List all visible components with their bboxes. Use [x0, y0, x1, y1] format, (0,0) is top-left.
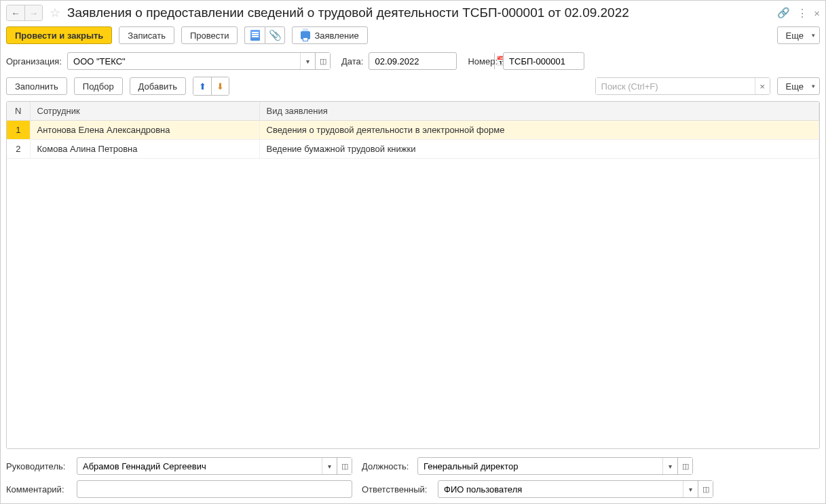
position-dropdown-button[interactable]: ▾	[662, 458, 677, 474]
printer-icon	[301, 31, 310, 39]
search-box[interactable]: ×	[595, 77, 770, 95]
paperclip-icon: 📎	[269, 29, 282, 41]
position-field[interactable]: ▾ ◫	[417, 457, 693, 475]
open-external-icon: ◫	[682, 462, 689, 471]
responsible-open-button[interactable]: ◫	[698, 481, 713, 497]
kebab-menu-icon[interactable]: ⋮	[797, 7, 807, 20]
move-up-button[interactable]: ⬆	[193, 77, 211, 95]
pick-button[interactable]: Подбор	[74, 77, 123, 95]
arrow-left-icon: ←	[11, 8, 20, 18]
cell-type: Сведения о трудовой деятельности в элект…	[259, 121, 819, 140]
more-button[interactable]: Еще	[777, 26, 820, 44]
post-button[interactable]: Провести	[181, 26, 238, 44]
manager-open-button[interactable]: ◫	[337, 458, 352, 474]
print-application-button[interactable]: Заявление	[292, 26, 367, 44]
main-toolbar: Провести и закрыть Записать Провести 📎 З…	[1, 24, 825, 51]
back-button[interactable]: ←	[7, 5, 24, 20]
org-open-button[interactable]: ◫	[315, 53, 330, 69]
table-header-row: N Сотрудник Вид заявления	[7, 102, 819, 121]
org-input[interactable]	[68, 53, 300, 69]
arrow-up-icon: ⬆	[199, 81, 206, 92]
table-row[interactable]: 2 Комова Алина Петровна Ведение бумажной…	[7, 140, 819, 159]
link-icon[interactable]: 🔗	[777, 7, 790, 19]
responsible-input[interactable]	[438, 481, 683, 497]
col-emp-header[interactable]: Сотрудник	[30, 102, 259, 121]
search-input[interactable]	[596, 78, 755, 94]
org-field[interactable]: ▾ ◫	[67, 52, 331, 70]
nav-buttons: ← →	[6, 5, 43, 21]
titlebar: ← → ☆ Заявления о предоставлении сведени…	[1, 1, 825, 24]
manager-dropdown-button[interactable]: ▾	[322, 458, 337, 474]
responsible-dropdown-button[interactable]: ▾	[683, 481, 698, 497]
open-external-icon: ◫	[702, 485, 709, 494]
number-input[interactable]	[504, 53, 628, 69]
favorite-star-icon[interactable]: ☆	[50, 5, 60, 20]
number-label: Номер:	[468, 56, 498, 66]
move-down-button[interactable]: ⬇	[211, 77, 229, 95]
attachment-button[interactable]: 📎	[265, 26, 285, 44]
position-input[interactable]	[418, 458, 662, 474]
page-title: Заявления о предоставлении сведений о тр…	[67, 5, 773, 20]
open-external-icon: ◫	[341, 462, 348, 471]
manager-input[interactable]	[77, 458, 322, 474]
cell-emp: Антонова Елена Александровна	[30, 121, 259, 140]
table-toolbar: Заполнить Подбор Добавить ⬆ ⬇ × Еще	[1, 77, 825, 101]
move-row-buttons: ⬆ ⬇	[193, 77, 229, 96]
manager-label: Руководитель:	[6, 461, 71, 471]
cell-n: 2	[7, 140, 30, 159]
report-icon	[250, 30, 260, 41]
number-field[interactable]	[503, 52, 584, 70]
cell-emp: Комова Алина Петровна	[30, 140, 259, 159]
responsible-label: Ответственный:	[362, 484, 432, 495]
search-clear-button[interactable]: ×	[755, 78, 770, 94]
footer: Руководитель: ▾ ◫ Должность: ▾ ◫ Коммент…	[1, 454, 825, 503]
add-button[interactable]: Добавить	[130, 77, 186, 95]
comment-label: Комментарий:	[6, 484, 71, 495]
org-dropdown-button[interactable]: ▾	[300, 53, 315, 69]
cell-type: Ведение бумажной трудовой книжки	[259, 140, 819, 159]
table-row[interactable]: 1 Антонова Елена Александровна Сведения …	[7, 121, 819, 140]
close-icon[interactable]: ×	[814, 7, 820, 19]
position-label: Должность:	[362, 461, 412, 471]
date-label: Дата:	[341, 56, 363, 66]
employee-table: N Сотрудник Вид заявления 1 Антонова Еле…	[6, 101, 820, 449]
date-field[interactable]: 📅	[369, 52, 457, 70]
comment-input[interactable]	[77, 481, 352, 497]
arrow-right-icon: →	[29, 8, 38, 18]
position-open-button[interactable]: ◫	[677, 458, 692, 474]
col-type-header[interactable]: Вид заявления	[259, 102, 819, 121]
cell-n: 1	[7, 121, 30, 140]
fill-button[interactable]: Заполнить	[6, 77, 67, 95]
print-application-label: Заявление	[314, 31, 358, 41]
col-n-header[interactable]: N	[7, 102, 30, 121]
arrow-down-icon: ⬇	[217, 81, 224, 92]
responsible-field[interactable]: ▾ ◫	[438, 480, 713, 498]
manager-field[interactable]: ▾ ◫	[77, 457, 352, 475]
form-header-row: Организация: ▾ ◫ Дата: 📅 Номер:	[1, 51, 825, 77]
org-label: Организация:	[6, 56, 62, 66]
table-more-button[interactable]: Еще	[777, 77, 820, 95]
title-tools: 🔗 ⋮ ×	[777, 7, 820, 20]
footer-row-1: Руководитель: ▾ ◫ Должность: ▾ ◫	[6, 457, 820, 475]
table-empty-space	[7, 159, 819, 448]
open-external-icon: ◫	[320, 57, 326, 66]
post-and-close-button[interactable]: Провести и закрыть	[6, 26, 112, 44]
report-button[interactable]	[244, 26, 265, 44]
footer-row-2: Комментарий: Ответственный: ▾ ◫	[6, 480, 820, 498]
comment-field[interactable]	[77, 480, 352, 498]
save-button[interactable]: Записать	[119, 26, 174, 44]
forward-button[interactable]: →	[24, 5, 42, 20]
